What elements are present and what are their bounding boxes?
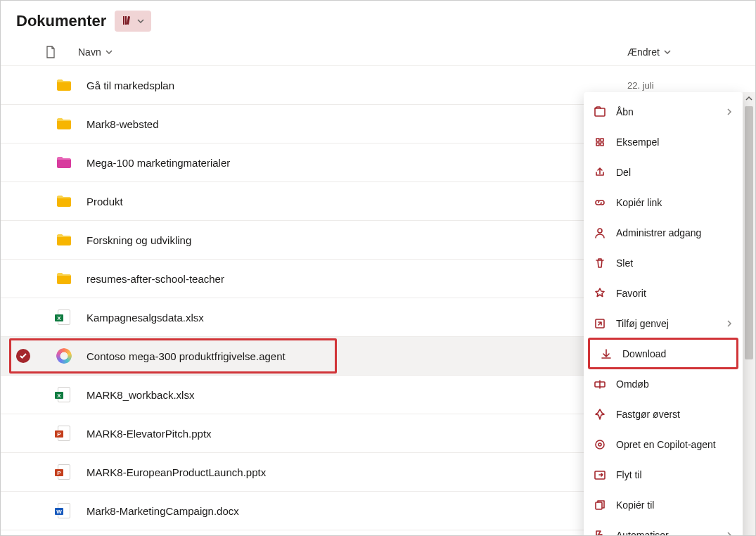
file-modified: 22. juli — [627, 80, 740, 91]
copilot-agent-icon — [594, 438, 606, 451]
svg-point-4 — [596, 440, 604, 449]
rename-icon — [594, 378, 606, 390]
pin-icon — [594, 408, 606, 421]
context-menu: ÅbnEksempelDelKopiér linkAdministrer adg… — [584, 92, 743, 536]
menu-item-copilot-agent[interactable]: Opret en Copilot-agent — [584, 429, 743, 459]
column-name-label: Navn — [78, 46, 101, 58]
view-switcher[interactable] — [115, 11, 151, 32]
menu-item-label: Kopiér link — [616, 197, 662, 208]
excel-icon: X — [50, 309, 78, 326]
chevron-down-icon — [664, 49, 671, 56]
menu-item-label: Slet — [616, 257, 633, 269]
menu-item-access[interactable]: Administrer adgang — [584, 217, 743, 248]
file-name[interactable]: Produkt — [78, 196, 599, 208]
checked-icon — [16, 349, 30, 363]
chevron-down-icon — [137, 15, 144, 27]
folder-icon — [50, 79, 78, 91]
copilot-icon — [50, 348, 78, 364]
menu-item-label: Del — [616, 167, 631, 178]
menu-item-label: Favorit — [616, 288, 646, 299]
menu-item-label: Automatiser — [616, 530, 669, 537]
file-name[interactable]: Mark8-MarketingCampaign.docx — [78, 505, 599, 517]
page-title: Dokumenter — [16, 12, 106, 30]
link-icon — [594, 196, 606, 209]
access-icon — [594, 226, 606, 239]
svg-rect-7 — [596, 502, 602, 509]
menu-item-pin[interactable]: Fastgør øverst — [584, 399, 743, 429]
library-icon — [122, 15, 133, 28]
file-name[interactable]: Mega-100 marketingmaterialer — [78, 157, 599, 169]
share-icon — [594, 166, 606, 179]
menu-item-open[interactable]: Åbn — [584, 96, 743, 127]
copy-icon — [594, 499, 606, 511]
folder-icon — [50, 272, 78, 285]
excel-icon: X — [50, 386, 78, 403]
menu-item-label: Fastgør øverst — [616, 409, 680, 420]
favorite-icon — [594, 287, 606, 300]
svg-point-1 — [598, 229, 602, 233]
menu-item-shortcut[interactable]: Tilføj genvej — [584, 308, 743, 338]
menu-item-label: Tilføj genvej — [616, 318, 669, 329]
menu-item-download[interactable]: Download — [588, 338, 738, 369]
menu-item-label: Download — [622, 348, 666, 359]
word-icon: W — [50, 502, 78, 519]
column-filetype[interactable] — [16, 46, 58, 58]
file-name[interactable]: Contoso mega-300 produktfrigivelse.agent — [78, 350, 599, 362]
download-icon — [600, 347, 613, 360]
file-name[interactable]: MARK8-EuropeanProductLaunch.pptx — [78, 466, 599, 478]
chevron-down-icon — [105, 49, 113, 56]
delete-icon — [594, 257, 606, 269]
scroll-thumb[interactable] — [745, 106, 753, 359]
column-modified-label: Ændret — [627, 46, 660, 58]
file-name[interactable]: Mark8-websted — [78, 118, 599, 130]
menu-item-label: Omdøb — [616, 378, 649, 390]
page-header: Dokumenter — [1, 1, 755, 37]
document-icon — [46, 46, 56, 58]
menu-item-rename[interactable]: Omdøb — [584, 369, 743, 399]
column-name[interactable]: Navn — [58, 46, 627, 58]
svg-rect-0 — [595, 108, 605, 116]
menu-item-link[interactable]: Kopiér link — [584, 187, 743, 217]
menu-item-preview[interactable]: Eksempel — [584, 127, 743, 157]
chevron-right-icon — [726, 106, 733, 117]
menu-item-share[interactable]: Del — [584, 157, 743, 187]
scrollbar[interactable] — [743, 92, 755, 536]
folder-icon — [50, 234, 78, 246]
powerpoint-icon: P — [50, 464, 78, 480]
chevron-right-icon — [726, 318, 733, 329]
svg-point-5 — [598, 443, 601, 446]
menu-item-label: Åbn — [616, 106, 634, 117]
folder-icon — [50, 195, 78, 208]
menu-item-label: Opret en Copilot-agent — [616, 439, 716, 450]
menu-item-label: Flyt til — [616, 469, 642, 480]
file-name[interactable]: Forskning og udvikling — [78, 234, 599, 246]
menu-item-automate[interactable]: Automatiser — [584, 520, 743, 536]
file-name[interactable]: Kampagnesalgsdata.xlsx — [78, 312, 599, 324]
menu-item-copy[interactable]: Kopiér til — [584, 490, 743, 520]
column-header-row: Navn Ændret — [1, 37, 755, 66]
open-icon — [594, 106, 606, 118]
file-name[interactable]: Gå til markedsplan — [78, 79, 599, 91]
menu-item-label: Kopiér til — [616, 499, 654, 511]
automate-icon — [594, 529, 606, 537]
powerpoint-icon: P — [50, 425, 78, 442]
move-icon — [594, 468, 606, 481]
preview-icon — [594, 136, 606, 148]
folder-icon — [50, 117, 78, 130]
row-checkbox[interactable] — [16, 349, 50, 363]
menu-item-label: Eksempel — [616, 136, 659, 148]
folder-pink-icon — [50, 156, 78, 169]
menu-item-delete[interactable]: Slet — [584, 248, 743, 278]
column-modified[interactable]: Ændret — [627, 46, 740, 58]
menu-item-favorite[interactable]: Favorit — [584, 278, 743, 308]
chevron-right-icon — [726, 530, 733, 537]
scroll-up-arrow[interactable] — [743, 92, 755, 105]
file-name[interactable]: resumes-after-school-teacher — [78, 273, 599, 285]
shortcut-icon — [594, 317, 606, 330]
file-name[interactable]: MARK8_workback.xlsx — [78, 389, 599, 401]
file-name[interactable]: MARK8-ElevatorPitch.pptx — [78, 428, 599, 440]
menu-item-label: Administrer adgang — [616, 227, 701, 238]
menu-item-move[interactable]: Flyt til — [584, 459, 743, 490]
